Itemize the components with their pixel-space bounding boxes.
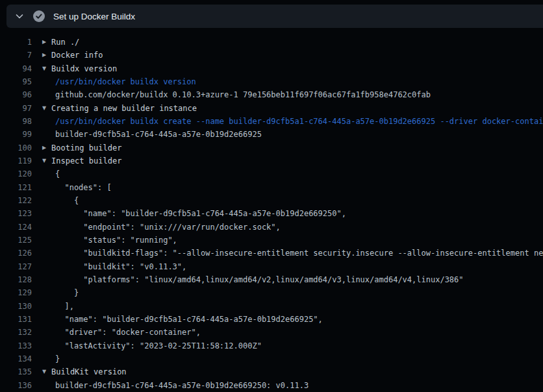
log-row: 127 "buildkit": "v0.11.3", [0, 260, 543, 273]
line-number-link[interactable]: 95 [0, 75, 32, 88]
group-collapse-icon[interactable]: ▼ [42, 62, 46, 75]
line-number-link[interactable]: 99 [0, 128, 32, 141]
log-row: 131 "name": "builder-d9cfb5a1-c764-445a-… [0, 313, 543, 326]
log-row: 121 "nodes": [ [0, 181, 543, 194]
line-number-link[interactable]: 126 [0, 247, 32, 260]
line-number-link[interactable]: 94 [0, 62, 32, 75]
log-row: 100 ▶ Booting builder [0, 141, 543, 154]
group-title[interactable]: Buildx version [51, 62, 117, 75]
log-row: 119 ▼ Inspect builder [0, 154, 543, 167]
log-row: 125 "status": "running", [0, 234, 543, 247]
group-expand-icon[interactable]: ▶ [42, 141, 46, 154]
log-row: 1 ▶ Run ./ [0, 36, 543, 49]
log-row: 7 ▶ Docker info [0, 49, 543, 62]
check-circle-icon [33, 10, 45, 22]
line-number-link[interactable]: 133 [0, 339, 32, 352]
log-row: 136 builder-d9cfb5a1-c764-445a-a57e-0b19… [0, 379, 543, 392]
line-number-link[interactable]: 123 [0, 207, 32, 220]
line-number-link[interactable]: 120 [0, 167, 32, 180]
log-line-text: "driver": "docker-container", [55, 326, 201, 339]
log-row: 126 "buildkitd-flags": "--allow-insecure… [0, 247, 543, 260]
group-collapse-icon[interactable]: ▼ [42, 365, 46, 378]
log-line-text: "buildkitd-flags": "--allow-insecure-ent… [55, 247, 543, 260]
log-line-text: "lastActivity": "2023-02-25T11:58:12.000… [55, 339, 262, 352]
line-number-link[interactable]: 124 [0, 221, 32, 234]
group-collapse-icon[interactable]: ▼ [42, 154, 46, 167]
line-number-link[interactable]: 97 [0, 102, 32, 115]
log-line-text: "platforms": "linux/amd64,linux/amd64/v2… [55, 273, 464, 286]
line-number-link[interactable]: 134 [0, 352, 32, 365]
log-line-text: { [55, 194, 79, 207]
log-row: 132 "driver": "docker-container", [0, 326, 543, 339]
log-line-text: "endpoint": "unix:///var/run/docker.sock… [55, 221, 281, 234]
log-lines: 1 ▶ Run ./ 7 ▶ Docker info 94 ▼ Buildx v… [0, 36, 543, 392]
log-row: 120 { [0, 167, 543, 180]
log-line-text: "buildkit": "v0.11.3", [55, 260, 186, 273]
line-number-link[interactable]: 125 [0, 234, 32, 247]
log-line-text: github.com/docker/buildx 0.10.3+azure-1 … [55, 88, 431, 101]
step-title: Set up Docker Buildx [53, 12, 135, 21]
line-number-link[interactable]: 127 [0, 260, 32, 273]
line-number-link[interactable]: 128 [0, 273, 32, 286]
line-number-link[interactable]: 131 [0, 313, 32, 326]
group-title[interactable]: Run ./ [51, 36, 79, 49]
log-row: 130 ], [0, 300, 543, 313]
line-number-link[interactable]: 132 [0, 326, 32, 339]
log-line-text: } [55, 286, 79, 299]
group-title[interactable]: Booting builder [51, 141, 121, 154]
log-line-text: /usr/bin/docker buildx version [55, 75, 196, 88]
log-line-text: builder-d9cfb5a1-c764-445a-a57e-0b19d2e6… [55, 128, 262, 141]
group-collapse-icon[interactable]: ▼ [42, 102, 46, 115]
log-row: 98 /usr/bin/docker buildx create --name … [0, 115, 543, 128]
group-title[interactable]: Docker info [51, 49, 103, 62]
line-number-link[interactable]: 121 [0, 181, 32, 194]
actions-log-viewer: Set up Docker Buildx 1 ▶ Run ./ 7 ▶ Dock… [0, 0, 543, 392]
log-row: 94 ▼ Buildx version [0, 62, 543, 75]
log-row: 135 ▼ BuildKit version [0, 365, 543, 378]
line-number-link[interactable]: 98 [0, 115, 32, 128]
line-number-link[interactable]: 130 [0, 300, 32, 313]
log-line-text: } [55, 352, 60, 365]
line-number-link[interactable]: 135 [0, 365, 32, 378]
log-row: 129 } [0, 286, 543, 299]
log-line-text: builder-d9cfb5a1-c764-445a-a57e-0b19d2e6… [55, 379, 309, 392]
group-expand-icon[interactable]: ▶ [42, 36, 46, 49]
log-line-text: "name": "builder-d9cfb5a1-c764-445a-a57e… [55, 313, 323, 326]
log-row: 96 github.com/docker/buildx 0.10.3+azure… [0, 88, 543, 101]
log-line-text: "status": "running", [55, 234, 177, 247]
log-line-text: /usr/bin/docker buildx create --name bui… [55, 115, 543, 128]
log-row: 99 builder-d9cfb5a1-c764-445a-a57e-0b19d… [0, 128, 543, 141]
line-number-link[interactable]: 7 [0, 49, 32, 62]
log-row: 97 ▼ Creating a new builder instance [0, 102, 543, 115]
group-title[interactable]: Inspect builder [51, 154, 121, 167]
log-line-text: "nodes": [ [55, 181, 112, 194]
log-line-text: "name": "builder-d9cfb5a1-c764-445a-a57e… [55, 207, 346, 220]
log-row: 124 "endpoint": "unix:///var/run/docker.… [0, 221, 543, 234]
log-line-text: { [55, 167, 60, 180]
line-number-link[interactable]: 96 [0, 88, 32, 101]
chevron-down-icon[interactable] [14, 11, 25, 21]
group-expand-icon[interactable]: ▶ [42, 49, 46, 62]
log-row: 122 { [0, 194, 543, 207]
line-number-link[interactable]: 100 [0, 141, 32, 154]
log-line-text: ], [55, 300, 74, 313]
log-row: 123 "name": "builder-d9cfb5a1-c764-445a-… [0, 207, 543, 220]
log-row: 133 "lastActivity": "2023-02-25T11:58:12… [0, 339, 543, 352]
line-number-link[interactable]: 122 [0, 194, 32, 207]
group-title[interactable]: BuildKit version [51, 365, 127, 378]
line-number-link[interactable]: 119 [0, 154, 32, 167]
step-header[interactable]: Set up Docker Buildx [6, 5, 543, 28]
group-title[interactable]: Creating a new builder instance [51, 102, 197, 115]
log-row: 128 "platforms": "linux/amd64,linux/amd6… [0, 273, 543, 286]
line-number-link[interactable]: 1 [0, 36, 32, 49]
line-number-link[interactable]: 136 [0, 379, 32, 392]
line-number-link[interactable]: 129 [0, 286, 32, 299]
log-row: 134 } [0, 352, 543, 365]
log-row: 95 /usr/bin/docker buildx version [0, 75, 543, 88]
